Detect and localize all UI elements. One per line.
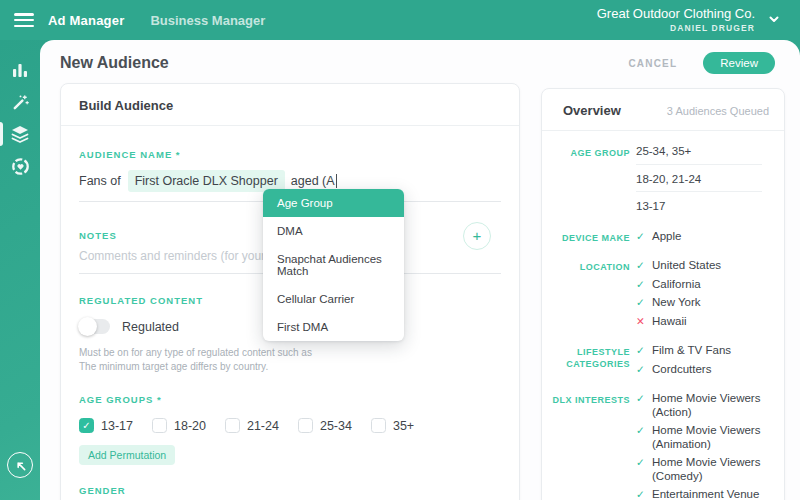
overview-section-values: ✓Apple [636,230,770,249]
regulated-hint: Must be on for any type of regulated con… [79,346,499,374]
check-icon: ✓ [636,424,652,451]
page-header: New Audience CANCEL Review [40,40,800,86]
checkbox-label: 35+ [393,419,414,433]
overview-section: AGE GROUP25-34, 35+18-20, 21-2413-17 [542,145,770,219]
overview-item: ✓United States [636,259,770,273]
page-title: New Audience [60,54,169,72]
overview-item: ✓Home Movie Viewers (Comedy) [636,456,770,483]
build-card-title: Build Audience [79,98,173,113]
overview-card: Overview 3 Audiences Queued AGE GROUP25-… [541,88,785,500]
divider [636,191,762,192]
overview-item: 18-20, 21-24 [636,173,770,187]
overview-section-label: LOCATION [542,259,636,333]
age-checkbox-35+[interactable]: 35+ [371,418,414,433]
check-icon: ✓ [636,392,652,419]
check-icon: ✓ [636,296,652,310]
cancel-button[interactable]: CANCEL [628,58,677,69]
main-content: New Audience CANCEL Review Build Audienc… [40,40,800,500]
overview-item-text: Cordcutters [652,363,711,377]
overview-section-label: DEVICE MAKE [542,230,636,249]
active-indicator [0,122,3,146]
target-heart-icon [11,157,30,176]
text-caret [336,174,337,188]
magic-wand-icon [11,93,30,112]
dropdown-item[interactable]: Cellular Carrier [263,285,404,313]
checkbox-label: 25-34 [320,419,352,433]
age-checkbox-18-20[interactable]: 18-20 [152,418,206,433]
overview-item-text: Home Movie Viewers (Action) [652,392,770,419]
add-permutation-button[interactable]: Add Permutation [79,445,175,465]
check-icon: ✓ [636,230,652,244]
account-switcher[interactable]: Great Outdoor Clothing Co. DANIEL DRUGER [597,6,755,33]
checkbox-label: 21-24 [247,419,279,433]
sidebar-item-analytics[interactable] [0,54,40,86]
sidebar-item-audiences[interactable] [0,118,40,150]
overview-item-text: United States [652,259,721,273]
checkbox [152,418,167,433]
age-checkbox-25-34[interactable]: 25-34 [298,418,352,433]
layers-icon [10,124,30,144]
overview-item-text: Home Movie Viewers (Animation) [652,424,770,451]
x-icon: ✕ [636,315,652,329]
overview-item: ✓Apple [636,230,770,244]
overview-item: 13-17 [636,200,770,214]
divider [636,164,762,165]
overview-section: DLX INTERESTS✓Home Movie Viewers (Action… [542,392,770,500]
overview-item-text: Home Movie Viewers (Comedy) [652,456,770,483]
sidebar-item-create[interactable] [0,86,40,118]
app-title: Ad Manager [48,13,124,28]
sidebar-item-pixel[interactable] [0,150,40,182]
checkbox [298,418,313,433]
business-manager-link[interactable]: Business Manager [150,13,265,28]
overview-section: LOCATION✓United States✓California✓New Yo… [542,259,770,333]
checkbox [371,418,386,433]
checkbox-label: 18-20 [174,419,206,433]
overview-item: ✓Entertainment Venue Visitors [636,488,770,500]
audience-name-label: AUDIENCE NAME * [79,149,501,160]
sidebar [0,40,40,500]
overview-section-values: ✓United States✓California✓New York✕Hawai… [636,259,770,333]
overview-item-text: Apple [652,230,681,244]
gender-label: GENDER [79,485,501,496]
check-icon: ✓ [636,456,652,483]
back-button[interactable] [7,452,33,478]
dropdown-item[interactable]: Snapchat Audiences Match [263,245,404,285]
dropdown-item[interactable]: DMA [263,217,404,245]
overview-item-text: 18-20, 21-24 [636,173,701,187]
overview-item-text: Film & TV Fans [652,344,731,358]
overview-item-text: 25-34, 35+ [636,145,691,159]
checkbox-label: 13-17 [101,419,133,433]
toggle-knob [78,317,97,336]
overview-item: ✓California [636,278,770,292]
check-icon: ✓ [636,488,652,500]
age-checkbox-13-17[interactable]: ✓13-17 [79,418,133,433]
overview-item: ✓Home Movie Viewers (Action) [636,392,770,419]
regulated-toggle[interactable] [79,319,110,334]
name-token[interactable]: First Oracle DLX Shopper [128,170,285,192]
overview-section-values: ✓Film & TV Fans✓Cordcutters [636,344,770,381]
overview-item: 25-34, 35+ [636,145,770,159]
overview-section-values: ✓Home Movie Viewers (Action)✓Home Movie … [636,392,770,500]
overview-item: ✓Cordcutters [636,363,770,377]
name-prefix-text: Fans of [79,174,121,188]
review-button[interactable]: Review [703,52,775,74]
menu-icon[interactable] [14,13,34,27]
age-groups-row: ✓13-1718-2021-2425-3435+ [79,418,501,433]
regulated-toggle-label: Regulated [122,320,179,334]
chevron-down-icon[interactable] [768,13,780,25]
dropdown-item[interactable]: Age Group [263,189,404,217]
overview-item: ✓New York [636,296,770,310]
add-attribute-button[interactable]: + [463,222,491,250]
check-icon: ✓ [636,363,652,377]
overview-section-values: 25-34, 35+18-20, 21-2413-17 [636,145,770,219]
overview-section: DEVICE MAKE✓Apple [542,230,770,249]
checkbox-checked-icon: ✓ [79,418,94,433]
age-checkbox-21-24[interactable]: 21-24 [225,418,279,433]
account-user: DANIEL DRUGER [597,23,755,33]
overview-item: ✓Home Movie Viewers (Animation) [636,424,770,451]
overview-item: ✕Hawaii [636,315,770,329]
dropdown-item[interactable]: First DMA [263,313,404,341]
name-suffix-text: aged (A [291,174,335,188]
overview-title: Overview [563,103,621,118]
account-name: Great Outdoor Clothing Co. [597,6,755,22]
